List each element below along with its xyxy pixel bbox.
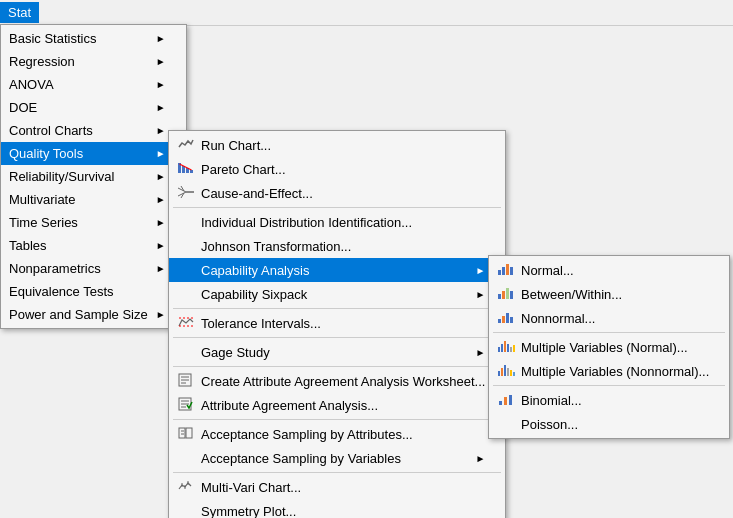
svg-rect-52	[509, 395, 512, 405]
arrow-icon: ►	[156, 148, 166, 159]
menu-item-regression[interactable]: Regression ►	[1, 50, 186, 73]
cap-between-icon	[497, 286, 517, 302]
menu-item-reliability[interactable]: Reliability/Survival ►	[1, 165, 186, 188]
arrow-icon: ►	[156, 79, 166, 90]
tolerance-icon	[177, 315, 197, 331]
pareto-chart-icon	[177, 161, 197, 177]
menu-item-cause-effect[interactable]: Cause-and-Effect...	[169, 181, 505, 205]
menu-item-accept-var[interactable]: Acceptance Sampling by Variables ►	[169, 446, 505, 470]
svg-rect-37	[510, 317, 513, 323]
arrow-icon: ►	[476, 265, 486, 276]
svg-rect-48	[510, 370, 512, 376]
svg-rect-3	[190, 170, 193, 173]
quality-tools-dropdown: Run Chart... Pareto Chart... Cause-a	[168, 130, 506, 518]
svg-rect-43	[513, 345, 515, 352]
arrow-icon: ►	[156, 309, 166, 320]
svg-rect-33	[510, 291, 513, 299]
capability-dropdown: Normal... Between/Within... Nonnormal...	[488, 255, 730, 439]
menu-item-cap-nonnormal[interactable]: Nonnormal...	[489, 306, 729, 330]
menu-item-power[interactable]: Power and Sample Size ►	[1, 303, 186, 326]
menu-item-cap-normal[interactable]: Normal...	[489, 258, 729, 282]
cap-normal-icon	[497, 262, 517, 278]
menu-item-equivalence[interactable]: Equivalence Tests	[1, 280, 186, 303]
cap-nonnormal-icon	[497, 310, 517, 326]
attr-agree-icon	[177, 397, 197, 413]
menu-item-quality-tools[interactable]: Quality Tools ►	[1, 142, 186, 165]
menu-item-individual-dist[interactable]: Individual Distribution Identification..…	[169, 210, 505, 234]
svg-rect-27	[502, 267, 505, 275]
menu-item-pareto[interactable]: Pareto Chart...	[169, 157, 505, 181]
menu-item-johnson[interactable]: Johnson Transformation...	[169, 234, 505, 258]
svg-rect-28	[506, 264, 509, 275]
menu-item-control-charts[interactable]: Control Charts ►	[1, 119, 186, 142]
menu-item-basic-statistics[interactable]: Basic Statistics ►	[1, 27, 186, 50]
accept-attr-icon	[177, 426, 197, 442]
svg-rect-45	[501, 368, 503, 376]
arrow-icon: ►	[156, 56, 166, 67]
separator	[173, 472, 501, 473]
menu-item-tolerance[interactable]: Tolerance Intervals...	[169, 311, 505, 335]
separator	[173, 366, 501, 367]
svg-rect-20	[186, 428, 192, 438]
cap-multi-normal-icon	[497, 339, 517, 355]
menu-item-nonparametrics[interactable]: Nonparametrics ►	[1, 257, 186, 280]
svg-rect-30	[498, 294, 501, 299]
cap-multi-nonnormal-icon	[497, 363, 517, 379]
arrow-icon: ►	[156, 102, 166, 113]
menu-item-anova[interactable]: ANOVA ►	[1, 73, 186, 96]
menu-item-capability-analysis[interactable]: Capability Analysis ►	[169, 258, 505, 282]
svg-rect-51	[504, 397, 507, 405]
svg-rect-50	[499, 401, 502, 405]
svg-rect-19	[179, 428, 185, 438]
svg-rect-41	[507, 344, 509, 352]
menu-item-capability-sixpack[interactable]: Capability Sixpack ►	[169, 282, 505, 306]
svg-rect-34	[498, 319, 501, 323]
spacer-icon	[177, 262, 197, 278]
spacer-icon	[177, 450, 197, 466]
menu-item-cap-poisson[interactable]: Poisson...	[489, 412, 729, 436]
svg-rect-46	[504, 365, 506, 376]
svg-rect-40	[504, 341, 506, 352]
cause-effect-icon	[177, 185, 197, 201]
menu-item-run-chart[interactable]: Run Chart...	[169, 133, 505, 157]
arrow-icon: ►	[156, 263, 166, 274]
arrow-icon: ►	[156, 217, 166, 228]
spacer-icon	[177, 214, 197, 230]
menu-item-multi-vari[interactable]: Multi-Vari Chart...	[169, 475, 505, 499]
menu-item-accept-attr[interactable]: Acceptance Sampling by Attributes...	[169, 422, 505, 446]
menu-item-create-attr[interactable]: Create Attribute Agreement Analysis Work…	[169, 369, 505, 393]
svg-rect-42	[510, 347, 512, 352]
menu-item-symmetry[interactable]: Symmetry Plot...	[169, 499, 505, 518]
separator	[493, 385, 725, 386]
create-attr-icon	[177, 373, 197, 389]
spacer-icon	[177, 238, 197, 254]
svg-rect-31	[502, 291, 505, 299]
menu-item-gage-study[interactable]: Gage Study ►	[169, 340, 505, 364]
spacer-icon	[177, 286, 197, 302]
menu-item-attr-agree[interactable]: Attribute Agreement Analysis...	[169, 393, 505, 417]
arrow-icon: ►	[476, 289, 486, 300]
separator	[173, 308, 501, 309]
separator	[173, 419, 501, 420]
menu-item-cap-binomial[interactable]: Binomial...	[489, 388, 729, 412]
menu-item-cap-multi-nonnormal[interactable]: Multiple Variables (Nonnormal)...	[489, 359, 729, 383]
svg-rect-29	[510, 267, 513, 275]
svg-rect-39	[501, 344, 503, 352]
svg-rect-38	[498, 347, 500, 352]
cap-binomial-icon	[497, 392, 517, 408]
menu-item-multivariate[interactable]: Multivariate ►	[1, 188, 186, 211]
arrow-icon: ►	[156, 33, 166, 44]
menu-item-tables[interactable]: Tables ►	[1, 234, 186, 257]
arrow-icon: ►	[156, 240, 166, 251]
menu-item-cap-multi-normal[interactable]: Multiple Variables (Normal)...	[489, 335, 729, 359]
separator	[173, 207, 501, 208]
stat-dropdown: Basic Statistics ► Regression ► ANOVA ► …	[0, 24, 187, 329]
svg-rect-26	[498, 270, 501, 275]
menu-item-cap-between[interactable]: Between/Within...	[489, 282, 729, 306]
arrow-icon: ►	[476, 347, 486, 358]
svg-rect-36	[506, 313, 509, 323]
menu-item-time-series[interactable]: Time Series ►	[1, 211, 186, 234]
stat-menu-trigger[interactable]: Stat	[0, 2, 39, 23]
menu-item-doe[interactable]: DOE ►	[1, 96, 186, 119]
arrow-icon: ►	[156, 171, 166, 182]
